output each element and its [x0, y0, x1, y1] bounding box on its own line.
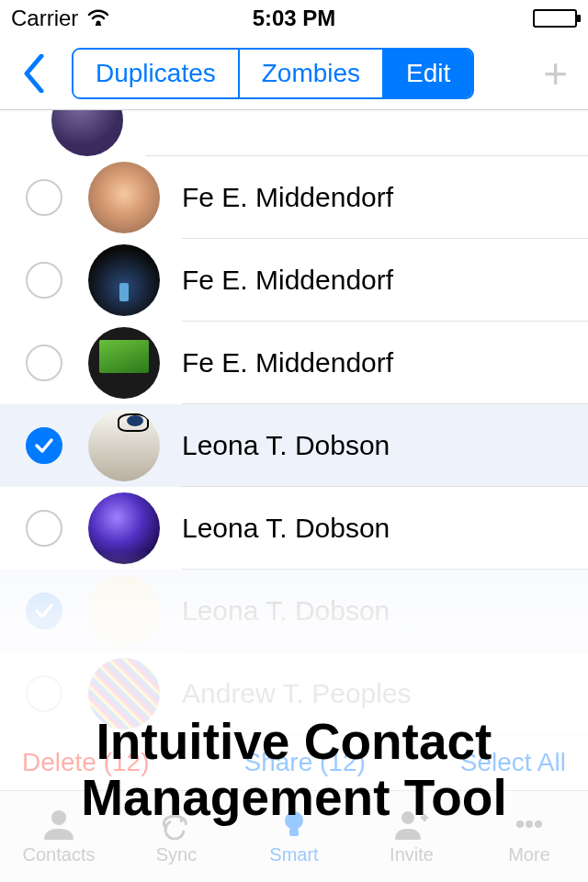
svg-point-7 [535, 820, 542, 828]
sync-icon [156, 808, 197, 841]
lightbulb-icon [274, 808, 314, 841]
person-plus-icon [391, 808, 432, 841]
avatar [88, 244, 160, 316]
segmented-control: Duplicates Zombies Edit [72, 48, 474, 99]
segment-edit[interactable]: Edit [384, 50, 472, 97]
list-item[interactable]: Leona T. Dobson [0, 404, 588, 487]
checkbox[interactable] [26, 179, 62, 216]
back-button[interactable] [17, 46, 53, 101]
status-bar: Carrier 5:03 PM [0, 0, 588, 37]
segment-zombies[interactable]: Zombies [240, 50, 384, 97]
checkbox-checked[interactable] [26, 427, 62, 464]
svg-point-4 [401, 811, 414, 824]
avatar [88, 492, 160, 564]
clock-label: 5:03 PM [253, 6, 336, 31]
tab-label: More [508, 844, 550, 865]
battery-icon [533, 9, 577, 28]
tab-label: Contacts [23, 844, 96, 865]
contact-name: Fe E. Middendorf [182, 156, 588, 239]
svg-point-5 [516, 820, 524, 828]
share-button[interactable]: Share (12) [244, 748, 366, 777]
checkbox[interactable] [26, 675, 62, 712]
contact-name [145, 110, 588, 156]
tab-label: Invite [390, 844, 434, 865]
avatar [88, 410, 160, 481]
wifi-icon [85, 6, 111, 31]
list-item[interactable] [0, 110, 588, 156]
tab-contacts[interactable]: Contacts [0, 791, 118, 882]
person-icon [39, 808, 79, 841]
checkbox[interactable] [26, 345, 62, 381]
carrier-label: Carrier [11, 6, 78, 31]
delete-button[interactable]: Delete (12) [22, 748, 150, 777]
contact-name: Andrew T. Peoples [182, 652, 588, 735]
list-item[interactable]: Fe E. Middendorf [0, 322, 588, 404]
contact-name: Leona T. Dobson [182, 570, 588, 652]
svg-rect-3 [289, 829, 299, 836]
checkbox-checked[interactable] [26, 593, 62, 629]
avatar [51, 110, 123, 156]
avatar [88, 327, 160, 399]
tab-smart[interactable]: Smart [235, 791, 353, 882]
svg-point-6 [526, 820, 533, 828]
tab-more[interactable]: More [470, 791, 588, 882]
avatar [88, 575, 160, 647]
list-item[interactable]: Leona T. Dobson [0, 570, 588, 652]
tab-label: Smart [269, 844, 318, 865]
contact-name: Leona T. Dobson [182, 487, 588, 570]
tab-invite[interactable]: Invite [353, 791, 470, 882]
list-item[interactable]: Leona T. Dobson [0, 487, 588, 570]
action-bar: Delete (12) Share (12) Select All [0, 735, 588, 790]
contact-name: Fe E. Middendorf [182, 322, 588, 404]
nav-bar: Duplicates Zombies Edit + [0, 37, 588, 110]
contact-list[interactable]: Fe E. Middendorf Fe E. Middendorf Fe E. … [0, 110, 588, 735]
svg-point-1 [51, 810, 66, 825]
segment-duplicates[interactable]: Duplicates [74, 50, 240, 97]
list-item[interactable]: Fe E. Middendorf [0, 239, 588, 322]
list-item[interactable]: Fe E. Middendorf [0, 156, 588, 239]
svg-point-0 [96, 21, 101, 26]
select-all-button[interactable]: Select All [460, 748, 566, 777]
svg-point-2 [285, 811, 303, 830]
avatar [88, 658, 160, 729]
list-item[interactable]: Andrew T. Peoples [0, 652, 588, 735]
tab-label: Sync [156, 844, 197, 865]
checkbox[interactable] [26, 262, 62, 299]
more-icon [509, 808, 549, 841]
add-button[interactable]: + [543, 49, 568, 98]
contact-name: Leona T. Dobson [182, 404, 588, 487]
checkbox[interactable] [26, 510, 62, 547]
tab-sync[interactable]: Sync [118, 791, 235, 882]
contact-name: Fe E. Middendorf [182, 239, 588, 322]
avatar [88, 162, 160, 233]
tab-bar: Contacts Sync Smart Invite More [0, 790, 588, 882]
